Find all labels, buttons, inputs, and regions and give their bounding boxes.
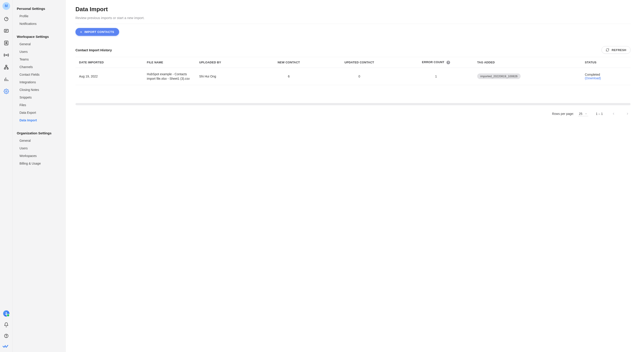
- reports-icon[interactable]: [2, 75, 10, 83]
- svg-rect-5: [6, 65, 7, 66]
- cell-new-contact: 6: [258, 68, 320, 85]
- cell-file: HubSpot example - Contacts import file.x…: [143, 68, 196, 85]
- prev-page-button[interactable]: [610, 110, 617, 117]
- messages-icon[interactable]: [2, 27, 10, 35]
- import-contacts-label: IMPORT CONTACTS: [84, 30, 114, 34]
- plus-icon: [80, 30, 83, 34]
- chevron-right-icon: [626, 112, 629, 116]
- import-history-table: DATE IMPORTED FILE NAME UPLOADED BY NEW …: [76, 57, 630, 85]
- cell-uploaded-by: Shi Hui Ong: [196, 68, 258, 85]
- workflow-icon[interactable]: [2, 63, 10, 71]
- svg-point-3: [6, 42, 7, 43]
- help-icon[interactable]: ?: [446, 61, 450, 64]
- page-subtitle: Review previous imports or start a new i…: [76, 16, 630, 20]
- sidebar-item-notifications[interactable]: Notifications: [13, 20, 66, 28]
- th-date[interactable]: DATE IMPORTED: [76, 57, 143, 68]
- contacts-icon[interactable]: [2, 39, 10, 47]
- sidebar-item-data-export[interactable]: Data Export: [13, 109, 66, 116]
- svg-rect-7: [7, 68, 8, 69]
- cell-date: Aug 19, 2022: [76, 68, 143, 85]
- rows-per-page-value: 25: [579, 112, 582, 116]
- sidebar-item-teams[interactable]: Teams: [13, 56, 66, 63]
- sidebar-item-users-ws[interactable]: Users: [13, 48, 66, 56]
- sidebar-item-channels[interactable]: Channels: [13, 63, 66, 71]
- sidebar-item-general-ws[interactable]: General: [13, 40, 66, 48]
- rail-bottom: [2, 310, 10, 352]
- svg-rect-6: [4, 68, 6, 69]
- help-icon-rail[interactable]: [2, 332, 10, 340]
- th-tag-added[interactable]: TAG ADDED: [474, 57, 581, 68]
- svg-point-4: [6, 55, 7, 56]
- sidebar-item-data-import[interactable]: Data Import: [13, 116, 66, 124]
- refresh-label: REFRESH: [612, 48, 626, 52]
- tag-chip: imported_20220819_100826: [477, 74, 520, 79]
- main-panel: Data Import Review previous imports or s…: [66, 0, 644, 352]
- sidebar-item-billing[interactable]: Billing & Usage: [13, 160, 66, 167]
- sidebar-item-closing-notes[interactable]: Closing Notes: [13, 86, 66, 94]
- icon-rail: M: [0, 0, 13, 352]
- workspace-settings-title: Workspace Settings: [13, 32, 66, 40]
- th-updated-contact[interactable]: UPDATED CONTACT: [320, 57, 398, 68]
- cell-status: Completed (Download): [581, 68, 630, 85]
- svg-point-11: [6, 337, 6, 337]
- app-logo-icon[interactable]: [2, 343, 8, 349]
- horizontal-scrollbar[interactable]: [76, 103, 630, 105]
- sidebar-item-users-org[interactable]: Users: [13, 144, 66, 152]
- svg-point-8: [6, 91, 7, 92]
- status-text: Completed: [585, 73, 627, 76]
- history-title: Contact Import History: [76, 48, 112, 52]
- sidebar-item-integrations[interactable]: Integrations: [13, 78, 66, 86]
- page-range: 1 – 1: [596, 112, 603, 116]
- sidebar-item-general-org[interactable]: General: [13, 137, 66, 144]
- cell-tag: imported_20220819_100826: [474, 68, 581, 85]
- th-uploaded-by[interactable]: UPLOADED BY: [196, 57, 258, 68]
- svg-point-9: [6, 312, 7, 314]
- th-new-contact[interactable]: NEW CONTACT: [258, 57, 320, 68]
- refresh-icon: [606, 48, 609, 52]
- dashboard-icon[interactable]: [2, 15, 10, 23]
- notifications-icon[interactable]: [2, 321, 10, 329]
- rows-per-page-select[interactable]: 25: [578, 112, 588, 116]
- sidebar-item-workspaces[interactable]: Workspaces: [13, 152, 66, 160]
- next-page-button[interactable]: [624, 110, 630, 117]
- cell-updated-contact: 0: [320, 68, 398, 85]
- chevron-left-icon: [612, 112, 615, 116]
- sidebar-item-profile[interactable]: Profile: [13, 12, 66, 20]
- th-file[interactable]: FILE NAME: [143, 57, 196, 68]
- table-row: Aug 19, 2022 HubSpot example - Contacts …: [76, 68, 630, 85]
- sidebar-item-contact-fields[interactable]: Contact Fields: [13, 71, 66, 78]
- sidebar-item-files[interactable]: Files: [13, 101, 66, 109]
- user-avatar[interactable]: M: [2, 2, 10, 10]
- cell-error-count: 1: [398, 68, 474, 85]
- import-contacts-button[interactable]: IMPORT CONTACTS: [76, 28, 119, 36]
- personal-settings-title: Personal Settings: [13, 4, 66, 12]
- organization-settings-title: Organization Settings: [13, 129, 66, 137]
- rows-per-page-label: Rows per page:: [552, 112, 574, 116]
- chevron-down-icon: [585, 112, 587, 115]
- th-status[interactable]: STATUS: [581, 57, 630, 68]
- agent-avatar-icon[interactable]: [2, 310, 10, 318]
- settings-sidebar: Personal Settings Profile Notifications …: [13, 0, 66, 352]
- pagination: Rows per page: 25 1 – 1: [76, 109, 630, 123]
- refresh-button[interactable]: REFRESH: [602, 46, 630, 54]
- svg-rect-1: [4, 29, 8, 32]
- settings-icon[interactable]: [2, 87, 10, 96]
- th-error-count[interactable]: ERROR COUNT ?: [398, 57, 474, 68]
- download-link[interactable]: (Download): [585, 76, 601, 80]
- divider: [76, 24, 630, 24]
- page-title: Data Import: [76, 6, 630, 13]
- broadcast-icon[interactable]: [2, 51, 10, 59]
- sidebar-item-snippets[interactable]: Snippets: [13, 94, 66, 101]
